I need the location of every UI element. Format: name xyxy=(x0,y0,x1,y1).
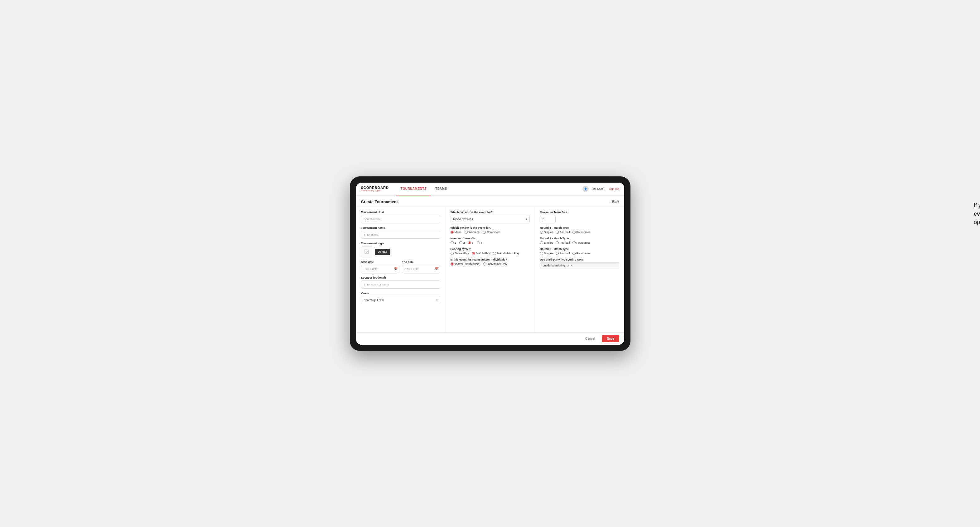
round2-fourball-label: Fourball xyxy=(560,241,570,244)
start-date-group: Start date 📅 xyxy=(361,260,399,273)
tournament-name-label: Tournament name xyxy=(361,226,440,229)
round1-foursomes[interactable]: Foursomes xyxy=(573,231,590,234)
round3-foursomes-label: Foursomes xyxy=(576,252,590,255)
round-4-label: 4 xyxy=(481,241,482,244)
api-tag-remove[interactable]: ✕ ✕ xyxy=(567,264,573,267)
scoring-medal-radio[interactable] xyxy=(493,252,496,255)
round3-foursomes-radio[interactable] xyxy=(573,252,576,255)
sponsor-label: Sponsor (optional) xyxy=(361,276,440,279)
svg-point-1 xyxy=(366,251,366,251)
venue-select-wrapper: Search golf club xyxy=(361,296,440,304)
rounds-group: Number of rounds 1 2 xyxy=(450,237,530,244)
division-select-wrapper: NCAA Division I xyxy=(450,215,530,223)
signout-link[interactable]: Sign out xyxy=(609,187,619,190)
page-content: Create Tournament ← Back Tournament Host… xyxy=(356,196,624,345)
scoring-radio-group: Stroke Play Match Play Medal Match Play xyxy=(450,252,530,255)
round2-singles-radio[interactable] xyxy=(540,241,543,244)
page-header: Create Tournament ← Back xyxy=(356,196,624,207)
round3-singles[interactable]: Singles xyxy=(540,252,554,255)
gender-womens-label: Womens xyxy=(469,231,480,234)
teams-plus-label: Teams (+Individuals) xyxy=(455,262,480,265)
sponsor-group: Sponsor (optional) xyxy=(361,276,440,289)
venue-label: Venue xyxy=(361,292,440,295)
rounds-label: Number of rounds xyxy=(450,237,530,240)
round1-foursomes-radio[interactable] xyxy=(573,231,576,234)
teams-plus-radio[interactable] xyxy=(450,262,454,265)
round1-fourball-radio[interactable] xyxy=(556,231,559,234)
round1-fourball[interactable]: Fourball xyxy=(556,231,570,234)
scoring-medal[interactable]: Medal Match Play xyxy=(493,252,519,255)
round2-fourball-radio[interactable] xyxy=(556,241,559,244)
gender-mens[interactable]: Mens xyxy=(450,231,461,234)
tournament-name-group: Tournament name xyxy=(361,226,440,239)
gender-radio-group: Mens Womens Combined xyxy=(450,231,530,234)
round3-options: Singles Fourball Foursomes xyxy=(540,252,619,255)
round2-foursomes-radio[interactable] xyxy=(573,241,576,244)
tablet-frame: SCOREBOARD Powered by clippit TOURNAMENT… xyxy=(350,176,630,351)
round3-foursomes[interactable]: Foursomes xyxy=(573,252,590,255)
round3-fourball[interactable]: Fourball xyxy=(556,252,570,255)
gender-womens[interactable]: Womens xyxy=(465,231,480,234)
cancel-button[interactable]: Cancel xyxy=(581,335,599,342)
start-date-input[interactable] xyxy=(361,265,399,273)
round1-options: Singles Fourball Foursomes xyxy=(540,231,619,234)
scoring-match[interactable]: Match Play xyxy=(472,252,490,255)
round3-fourball-label: Fourball xyxy=(560,252,570,255)
division-select[interactable]: NCAA Division I xyxy=(450,215,530,223)
max-team-size-input[interactable] xyxy=(540,215,556,223)
sponsor-input[interactable] xyxy=(361,281,440,289)
round1-singles[interactable]: Singles xyxy=(540,231,554,234)
scoring-match-radio[interactable] xyxy=(472,252,475,255)
nav-right: 👤 Test User | Sign out xyxy=(582,186,619,192)
back-button[interactable]: ← Back xyxy=(608,200,619,203)
tab-tournaments[interactable]: TOURNAMENTS xyxy=(396,183,431,195)
round2-singles[interactable]: Singles xyxy=(540,241,554,244)
round2-label: Round 2 - Match Type xyxy=(540,237,619,240)
save-button[interactable]: Save xyxy=(602,335,619,342)
venue-select[interactable]: Search golf club xyxy=(361,296,440,304)
round-3[interactable]: 3 xyxy=(468,241,474,244)
round-1[interactable]: 1 xyxy=(450,241,456,244)
tournament-host-input[interactable] xyxy=(361,215,440,223)
tournament-name-input[interactable] xyxy=(361,231,440,239)
upload-button[interactable]: Upload xyxy=(375,249,391,255)
round2-foursomes[interactable]: Foursomes xyxy=(573,241,590,244)
nav-separator: | xyxy=(606,187,606,190)
teams-radio-group: Teams (+Individuals) Individuals Only xyxy=(450,262,530,265)
individuals-only-radio[interactable] xyxy=(483,262,487,265)
gender-group: Which gender is the event for? Mens Wome… xyxy=(450,226,530,234)
round-1-radio[interactable] xyxy=(450,241,454,244)
venue-group: Venue Search golf club xyxy=(361,292,440,304)
end-date-label: End date xyxy=(402,260,440,264)
max-team-size-group: Maximum Team Size xyxy=(540,211,619,223)
individuals-only[interactable]: Individuals Only xyxy=(483,262,507,265)
gender-label: Which gender is the event for? xyxy=(450,226,530,229)
end-date-input[interactable] xyxy=(402,265,440,273)
round-2-radio[interactable] xyxy=(459,241,462,244)
gender-combined-radio[interactable] xyxy=(483,231,486,234)
scoring-stroke-radio[interactable] xyxy=(450,252,454,255)
round3-fourball-radio[interactable] xyxy=(556,252,559,255)
round1-label: Round 1 - Match Type xyxy=(540,226,619,229)
round1-singles-radio[interactable] xyxy=(540,231,543,234)
teams-plus-individuals[interactable]: Teams (+Individuals) xyxy=(450,262,480,265)
round-3-radio[interactable] xyxy=(468,241,471,244)
round3-singles-radio[interactable] xyxy=(540,252,543,255)
round-2[interactable]: 2 xyxy=(459,241,465,244)
round-4[interactable]: 4 xyxy=(477,241,482,244)
tournament-host-group: Tournament Host xyxy=(361,211,440,223)
logo-title: SCOREBOARD xyxy=(361,186,389,189)
round2-fourball[interactable]: Fourball xyxy=(556,241,570,244)
round-1-label: 1 xyxy=(455,241,456,244)
round1-match-type: Round 1 - Match Type Singles Fourball xyxy=(540,226,619,234)
tab-teams[interactable]: TEAMS xyxy=(431,183,452,195)
round2-options: Singles Fourball Foursomes xyxy=(540,241,619,244)
gender-womens-radio[interactable] xyxy=(465,231,468,234)
api-tag-value: Leaderboard King xyxy=(543,264,565,267)
gender-mens-radio[interactable] xyxy=(450,231,454,234)
gender-combined[interactable]: Combined xyxy=(483,231,500,234)
round-4-radio[interactable] xyxy=(477,241,480,244)
scoring-stroke[interactable]: Stroke Play xyxy=(450,252,469,255)
round1-fourball-label: Fourball xyxy=(560,231,570,234)
nav-tabs: TOURNAMENTS TEAMS xyxy=(396,183,452,195)
